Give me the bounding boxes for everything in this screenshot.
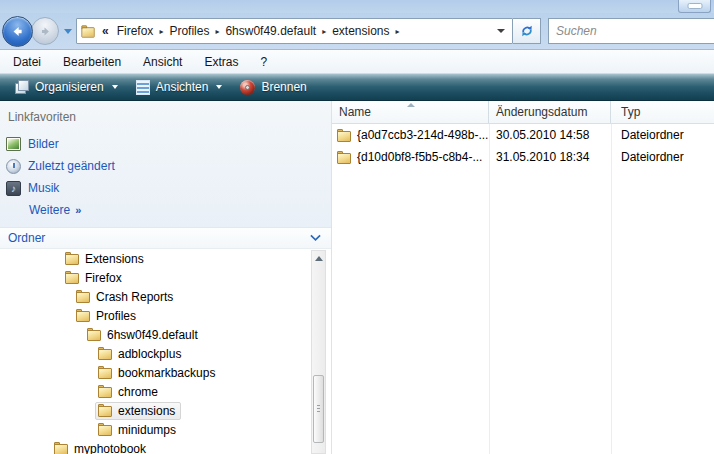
column-header-nderungsdatum[interactable]: Änderungsdatum	[489, 101, 611, 123]
breadcrumb-segment-6hsw0f49-default[interactable]: 6hsw0f49.default	[220, 24, 321, 38]
command-toolbar: OrganisierenAnsichtenBrennen	[0, 73, 714, 101]
folder-icon	[98, 404, 113, 417]
tree-item-extensions[interactable]: Extensions	[0, 249, 331, 268]
folder-icon	[337, 129, 352, 142]
folder-icon	[54, 442, 69, 454]
refresh-button[interactable]	[513, 18, 541, 44]
tree-item-label: minidumps	[118, 423, 176, 437]
tree-item-label: chrome	[118, 385, 158, 399]
back-arrow-icon	[10, 24, 25, 39]
folder-icon	[98, 423, 113, 436]
favorite-link-musik[interactable]: ♪Musik	[0, 177, 331, 199]
refresh-icon	[519, 23, 535, 39]
tree-item-6hsw0f49-default[interactable]: 6hsw0f49.default	[0, 325, 331, 344]
explorer-window: « Firefox▸Profiles▸6hsw0f49.default▸exte…	[0, 0, 714, 454]
file-type-cell: Dateiordner	[611, 150, 714, 164]
tree-item-chrome[interactable]: chrome	[0, 382, 331, 401]
breadcrumb-segment-profiles[interactable]: Profiles	[164, 24, 214, 38]
search-input[interactable]	[549, 19, 714, 43]
dropdown-arrow-icon[interactable]	[216, 85, 222, 89]
tree-item-adblockplus[interactable]: adblockplus	[0, 344, 331, 363]
breadcrumb-segment-extensions[interactable]: extensions	[327, 24, 394, 38]
toolbar-button-label: Organisieren	[35, 80, 104, 94]
address-bar[interactable]: « Firefox▸Profiles▸6hsw0f49.default▸exte…	[76, 18, 513, 44]
file-name-label: {d10d0bf8-f5b5-c8b4-...	[357, 150, 482, 164]
menu-item-extras[interactable]: Extras	[193, 50, 249, 73]
forward-button[interactable]	[31, 17, 59, 45]
file-modified-cell: 30.05.2010 14:58	[489, 128, 611, 142]
recent-pages-dropdown-icon[interactable]	[64, 29, 72, 34]
menu-item-ansicht[interactable]: Ansicht	[132, 50, 193, 73]
menu-bar: DateiBearbeitenAnsichtExtras?	[0, 50, 714, 73]
favorites-list: BilderZuletzt geändert♪MusikWeitere»	[0, 133, 331, 221]
tree-item-label: Crash Reports	[96, 290, 173, 304]
burn-icon	[240, 80, 255, 95]
file-row[interactable]: {d10d0bf8-f5b5-c8b4-...31.05.2010 18:34D…	[332, 146, 714, 168]
column-header-typ[interactable]: Typ	[611, 101, 714, 123]
tree-item-content: Extensions	[62, 250, 150, 268]
scrollbar-up-button[interactable]	[312, 251, 325, 266]
tree-item-label: extensions	[118, 404, 175, 418]
tree-item-firefox[interactable]: Firefox	[0, 268, 331, 287]
menu-item-bearbeiten[interactable]: Bearbeiten	[52, 50, 132, 73]
folder-icon	[98, 385, 113, 398]
tree-item-label: Profiles	[96, 309, 136, 323]
tree-item-label: myphotobook	[74, 442, 146, 454]
tree-item-profiles[interactable]: Profiles	[0, 306, 331, 325]
tree-item-crash-reports[interactable]: Crash Reports	[0, 287, 331, 306]
folder-icon	[65, 252, 80, 265]
favorite-link-zuletzt-ge-ndert[interactable]: Zuletzt geändert	[0, 155, 331, 177]
tree-item-content: bookmarkbackups	[95, 364, 221, 382]
tree-item-label: 6hsw0f49.default	[107, 328, 198, 342]
tree-item-content: minidumps	[95, 421, 182, 439]
organisieren-button[interactable]: Organisieren	[6, 76, 127, 98]
brennen-button[interactable]: Brennen	[231, 76, 315, 98]
folder-tree: ExtensionsFirefoxCrash ReportsProfiles6h…	[0, 249, 331, 454]
minimize-button[interactable]	[678, 0, 711, 13]
navigation-pane: Linkfavoriten BilderZuletzt geändert♪Mus…	[0, 101, 332, 454]
dropdown-arrow-icon[interactable]	[112, 85, 118, 89]
folders-band[interactable]: Ordner	[0, 227, 331, 249]
favorite-link-label: Bilder	[28, 137, 59, 151]
tree-item-extensions[interactable]: extensions	[0, 401, 331, 420]
file-name-cell: {a0d7ccb3-214d-498b-...	[332, 128, 489, 142]
tree-item-content: Profiles	[73, 307, 142, 325]
menu-item-datei[interactable]: Datei	[2, 50, 52, 73]
menu-item-help[interactable]: ?	[249, 50, 278, 73]
back-button[interactable]	[2, 16, 33, 47]
favorite-link-bilder[interactable]: Bilder	[0, 133, 331, 155]
folder-tree-rows: ExtensionsFirefoxCrash ReportsProfiles6h…	[0, 249, 331, 454]
folder-icon	[76, 309, 91, 322]
tree-item-content: myphotobook	[51, 440, 152, 454]
title-bar	[0, 0, 714, 13]
address-history-dropdown-icon[interactable]	[497, 29, 505, 33]
ansichten-button[interactable]: Ansichten	[127, 76, 232, 98]
breadcrumb-separator-icon[interactable]: ▸	[395, 27, 401, 36]
favorite-link-weitere[interactable]: Weitere»	[0, 199, 331, 221]
tree-item-label: Extensions	[85, 252, 144, 266]
tree-item-myphotobook[interactable]: myphotobook	[0, 439, 331, 454]
chevron-down-icon[interactable]	[310, 234, 321, 242]
scrollbar-thumb[interactable]	[313, 375, 324, 443]
tree-scrollbar[interactable]	[311, 250, 326, 454]
file-name-label: {a0d7ccb3-214d-498b-...	[357, 128, 488, 142]
tree-item-content: chrome	[95, 383, 164, 401]
favorite-link-label: Weitere	[29, 203, 70, 217]
breadcrumb-overflow-chevrons[interactable]: «	[102, 24, 109, 38]
file-row[interactable]: {a0d7ccb3-214d-498b-...30.05.2010 14:58D…	[332, 124, 714, 146]
toolbar-button-label: Ansichten	[156, 80, 209, 94]
forward-arrow-icon	[39, 25, 52, 38]
folder-icon	[65, 271, 80, 284]
folder-icon	[337, 151, 352, 164]
music-icon: ♪	[6, 181, 21, 196]
tree-item-minidumps[interactable]: minidumps	[0, 420, 331, 439]
folder-icon	[87, 328, 102, 341]
tree-item-label: adblockplus	[118, 347, 181, 361]
breadcrumb-segment-firefox[interactable]: Firefox	[112, 24, 159, 38]
address-folder-icon	[81, 25, 95, 37]
tree-item-content: adblockplus	[95, 345, 187, 363]
navigation-bar: « Firefox▸Profiles▸6hsw0f49.default▸exte…	[0, 13, 714, 50]
file-type-cell: Dateiordner	[611, 128, 714, 142]
column-divider	[489, 124, 490, 454]
tree-item-bookmarkbackups[interactable]: bookmarkbackups	[0, 363, 331, 382]
